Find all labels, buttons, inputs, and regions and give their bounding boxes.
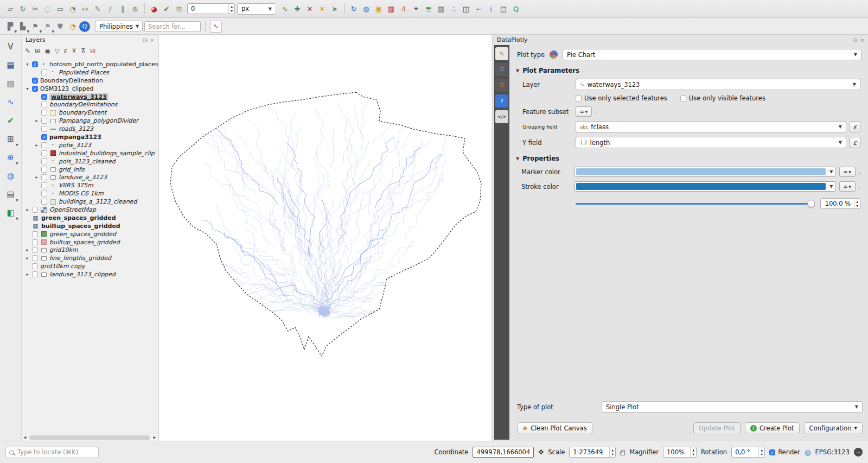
gradient-fill-icon[interactable]: ▨: [4, 77, 18, 91]
snapping-options-icon[interactable]: ⊞: [173, 3, 185, 15]
simplify-feature-icon[interactable]: ✂: [29, 3, 41, 15]
layer-checkbox[interactable]: [32, 239, 38, 245]
rotate-feature-icon[interactable]: ↻: [17, 3, 29, 15]
layer-checkbox[interactable]: [41, 182, 47, 188]
scale-combobox[interactable]: 1:273649 ▲▼: [569, 447, 616, 458]
layer-checkbox[interactable]: [32, 271, 38, 277]
reshape-features-icon[interactable]: ✎: [92, 3, 104, 15]
layer-label[interactable]: waterways_3123: [49, 93, 108, 100]
filter-by-expression-icon[interactable]: ε: [64, 47, 68, 55]
scatter-tab-icon[interactable]: ⠿: [495, 63, 508, 76]
layer-item[interactable]: ▸OpenStreetMap: [22, 206, 158, 214]
layer-label[interactable]: grid10km copy: [40, 263, 85, 270]
layer-checkbox[interactable]: ✓: [32, 61, 38, 67]
layer-item[interactable]: green_spaces_gridded: [22, 230, 158, 238]
configuration-button[interactable]: Configuration ▼: [804, 422, 863, 434]
filter-legend-icon[interactable]: ▽: [55, 47, 60, 55]
layer-checkbox[interactable]: ✓: [32, 78, 38, 84]
layer-item[interactable]: ▸landuse_3123_clipped: [22, 270, 158, 278]
stroke-color-picker[interactable]: ▼: [575, 181, 836, 192]
layer-item[interactable]: ·VIIRS 375m: [22, 181, 158, 189]
layer-label[interactable]: OSM3123_clipped: [40, 85, 94, 92]
expand-arrow-icon[interactable]: ▸: [34, 118, 39, 123]
y-field-expression-button[interactable]: ε: [850, 137, 860, 148]
layer-checkbox[interactable]: [41, 191, 47, 196]
layer-label[interactable]: buildings_a_3123_cleaned: [59, 198, 137, 205]
layer-label[interactable]: landuse_a_3123: [59, 174, 107, 181]
layer-checkbox[interactable]: ✓: [32, 86, 38, 92]
use-visible-checkbox[interactable]: Use only visible features: [680, 94, 765, 102]
layer-checkbox[interactable]: [32, 255, 38, 261]
layer-label[interactable]: VIIRS 375m: [59, 182, 93, 189]
table-editor-icon[interactable]: ▤: [497, 3, 509, 15]
add-group-icon[interactable]: ⊞: [35, 47, 40, 55]
layer-checkbox[interactable]: [41, 102, 47, 107]
scroll-right-icon[interactable]: ▶: [152, 435, 158, 440]
mesh-cube-icon[interactable]: ◧▼: [4, 206, 18, 220]
spin-steppers[interactable]: ▲▼: [690, 447, 696, 457]
section-plot-parameters[interactable]: ▼ Plot Parameters: [516, 67, 863, 74]
expand-arrow-icon[interactable]: ▸: [25, 207, 30, 212]
layer-checkbox[interactable]: [41, 174, 47, 180]
refresh-map-icon[interactable]: ↻: [348, 3, 360, 15]
layer-item[interactable]: ▸grid10km: [22, 246, 158, 254]
pca-plugin-icon[interactable]: ◫: [460, 3, 472, 15]
layer-item[interactable]: grid10km copy: [22, 262, 158, 270]
layer-label[interactable]: Pampanga_polygonDivider: [59, 117, 138, 124]
layer-item[interactable]: roads_3123: [22, 125, 158, 133]
layer-labeling-icon[interactable]: ⚑▼: [42, 21, 54, 33]
remove-layer-icon[interactable]: ⊟: [90, 47, 95, 55]
layer-item[interactable]: grid_info: [22, 166, 158, 174]
layer-checkbox[interactable]: [32, 231, 38, 237]
web-globe-icon[interactable]: ◍: [360, 3, 372, 15]
slider-handle[interactable]: [807, 200, 815, 207]
manage-map-themes-icon[interactable]: ◉: [44, 47, 50, 55]
feature-subset-expression-button[interactable]: ≡ ▼: [576, 106, 592, 117]
close-panel-icon[interactable]: ×: [860, 37, 864, 43]
layer-item[interactable]: ▸·pofw_3123: [22, 141, 158, 149]
expand-arrow-icon[interactable]: ▸: [34, 175, 39, 180]
layer-label[interactable]: green_spaces_gridded: [49, 231, 116, 238]
locator-search-icon[interactable]: Q: [79, 21, 90, 32]
layer-item[interactable]: ✓waterways_3123: [22, 93, 158, 101]
layer-checkbox[interactable]: [32, 247, 38, 253]
spin-steppers[interactable]: ▲▼: [609, 447, 615, 457]
web-add-icon[interactable]: ⊕▼: [4, 150, 18, 164]
update-plot-button[interactable]: Update Plot: [693, 422, 741, 434]
layer-label[interactable]: boundaryDelimitations: [49, 101, 117, 108]
layer-item[interactable]: ✓BoundaryDelineation: [22, 77, 158, 85]
layer-checkbox[interactable]: [32, 207, 38, 213]
layer-item[interactable]: industrial_buildings_sample_clip: [22, 149, 158, 157]
layer-label[interactable]: hotosm_phl_north_populated_places: [49, 61, 158, 68]
layer-item[interactable]: ▸Pampanga_polygonDivider: [22, 117, 158, 125]
layer-label[interactable]: grid_info: [59, 166, 85, 173]
expand-arrow-icon[interactable]: ▸: [25, 272, 30, 277]
lock-scale-icon[interactable]: [620, 452, 625, 455]
layer-label[interactable]: OpenStreetMap: [49, 206, 96, 213]
layer-label[interactable]: industrial_buildings_sample_clip: [59, 150, 155, 157]
close-panel-icon[interactable]: ×: [150, 37, 154, 43]
expand-arrow-icon[interactable]: ▸: [25, 256, 30, 261]
processing-swirl-icon[interactable]: ◔: [67, 21, 79, 33]
split-parts-icon[interactable]: ∥: [117, 3, 129, 15]
move-feature-icon[interactable]: ➤: [329, 3, 341, 15]
layer-label[interactable]: builtup_spaces_gridded: [41, 223, 120, 230]
layer-select[interactable]: ∿ waterways_3123 ▼: [576, 79, 860, 90]
globe-view-icon[interactable]: ◍: [4, 169, 18, 183]
layer-label[interactable]: builtup_spaces_gridded: [49, 239, 120, 246]
expand-arrow-icon[interactable]: ▸: [34, 143, 39, 148]
layer-item[interactable]: ▦builtup_spaces_gridded: [22, 222, 158, 230]
layer-item[interactable]: ·MODIS C6 1km: [22, 189, 158, 198]
layer-item[interactable]: ✓pampanga3123: [22, 133, 158, 141]
layer-checkbox[interactable]: [41, 167, 47, 173]
offset-value-spinbox[interactable]: 0 ▲▼: [187, 3, 235, 14]
python-console-icon[interactable]: ∽: [473, 3, 484, 15]
value-search-icon[interactable]: Q: [510, 3, 522, 15]
opacity-spinbox[interactable]: 100,0 % ▲▼: [820, 198, 860, 209]
move-vertices-icon[interactable]: ▱: [4, 3, 16, 15]
layer-label[interactable]: grid10km: [49, 246, 78, 253]
bubble-tab-icon[interactable]: ⠿: [495, 79, 508, 92]
code-tab-icon[interactable]: </>: [495, 110, 508, 123]
grass-tools-icon[interactable]: ◕: [148, 3, 160, 15]
mmqgis-plugin-icon[interactable]: 4: [398, 3, 410, 15]
